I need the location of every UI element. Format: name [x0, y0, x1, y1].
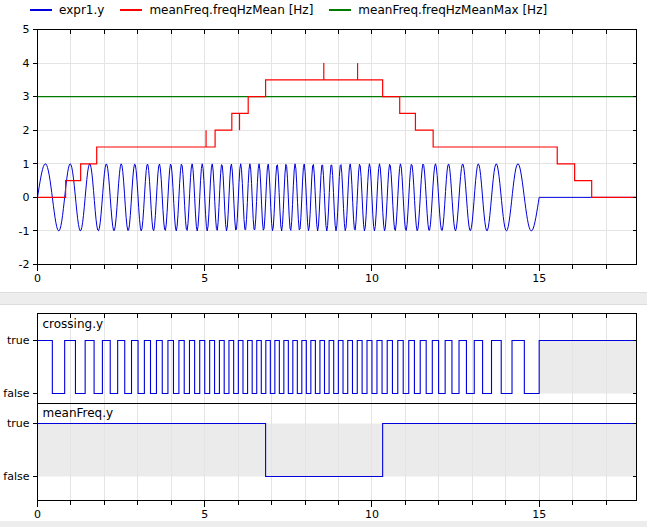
x-tick-label: 15	[532, 508, 546, 521]
legend-item-freqhzmeanmax[interactable]: meanFreq.freqHzMeanMax [Hz]	[329, 3, 547, 17]
false-tick-label: false	[3, 470, 29, 483]
legend-label: meanFreq.freqHzMean [Hz]	[149, 3, 313, 17]
top-plot: 543210-1-2051015	[19, 23, 637, 284]
crossing-true-fill	[539, 341, 636, 394]
x-tick-label: 10	[365, 508, 379, 521]
x-tick-label: 5	[201, 508, 208, 521]
legend-item-freqhzmean[interactable]: meanFreq.freqHzMean [Hz]	[120, 3, 313, 17]
true-tick-label: true	[7, 334, 30, 347]
legend-swatch-freqhzmeanmax	[329, 9, 351, 11]
panel-splitter-handle[interactable]	[0, 292, 647, 305]
legend-swatch-freqhzmean	[120, 9, 142, 11]
legend-label: expr1.y	[59, 3, 104, 17]
false-tick-label: false	[3, 387, 29, 400]
meanfreq-band-fill	[38, 424, 637, 477]
bottom-plot: truefalsecrossing.ytruefalsemeanFreq.y05…	[3, 314, 636, 521]
band-title-meanfreq: meanFreq.y	[43, 406, 114, 420]
plots-canvas: 543210-1-2051015truefalsecrossing.ytruef…	[0, 0, 647, 527]
y-tick-label: 3	[23, 90, 30, 103]
x-tick-label: 10	[365, 272, 379, 285]
legend-swatch-expr1-y	[30, 9, 52, 11]
x-tick-label: 5	[201, 272, 208, 285]
legend-label: meanFreq.freqHzMeanMax [Hz]	[358, 3, 547, 17]
bottom-splitter-handle[interactable]	[0, 521, 647, 527]
legend: expr1.y meanFreq.freqHzMean [Hz] meanFre…	[30, 3, 563, 17]
plot-window: expr1.y meanFreq.freqHzMean [Hz] meanFre…	[0, 0, 647, 527]
y-tick-label: 0	[23, 191, 30, 204]
y-tick-label: -1	[19, 225, 30, 238]
x-tick-label: 0	[34, 508, 41, 521]
y-tick-label: 4	[23, 57, 30, 70]
y-tick-label: 2	[23, 124, 30, 137]
y-tick-label: 5	[23, 23, 30, 36]
true-tick-label: true	[7, 417, 30, 430]
x-tick-label: 15	[532, 272, 546, 285]
y-tick-label: 1	[23, 158, 30, 171]
y-tick-label: -2	[19, 258, 30, 271]
x-tick-label: 0	[34, 272, 41, 285]
legend-item-expr1-y[interactable]: expr1.y	[30, 3, 104, 17]
band-title-crossing: crossing.y	[43, 317, 104, 331]
